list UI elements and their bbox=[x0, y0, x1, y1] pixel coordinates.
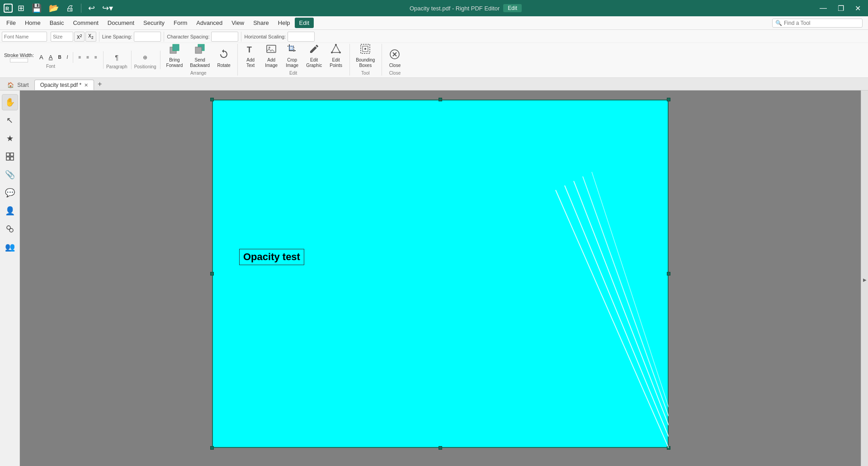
handle-tc[interactable] bbox=[439, 98, 442, 101]
font-family-input[interactable] bbox=[2, 32, 47, 42]
menu-file[interactable]: File bbox=[2, 18, 20, 28]
menu-form[interactable]: Form bbox=[169, 18, 192, 28]
close-edit-btn[interactable]: Close bbox=[385, 44, 405, 70]
close-controls: Close bbox=[385, 44, 405, 70]
menu-basic[interactable]: Basic bbox=[45, 18, 69, 28]
menu-advanced[interactable]: Advanced bbox=[192, 18, 227, 28]
svg-line-26 bbox=[556, 190, 669, 448]
bookmark-tool-btn[interactable]: ★ bbox=[2, 130, 18, 147]
align-center-btn[interactable]: ≡ bbox=[84, 51, 91, 64]
handle-tr[interactable] bbox=[667, 98, 670, 101]
menu-security[interactable]: Security bbox=[139, 18, 169, 28]
comment-tool-btn[interactable]: 💬 bbox=[2, 185, 18, 201]
send-backward-btn[interactable]: SendBackward bbox=[187, 44, 213, 70]
horiz-scaling-input[interactable] bbox=[288, 32, 315, 42]
line-spacing-input[interactable] bbox=[134, 32, 161, 42]
handle-tl[interactable] bbox=[210, 98, 214, 101]
save-btn[interactable]: 💾 bbox=[29, 2, 44, 14]
user-tool-btn[interactable]: 👤 bbox=[2, 203, 18, 219]
team-tool-btn[interactable]: 👥 bbox=[2, 239, 18, 255]
add-image-btn[interactable]: AddImage bbox=[261, 44, 281, 70]
file-tab-label: Opacity test.pdf * bbox=[40, 82, 81, 88]
canvas-area[interactable]: Opacity test bbox=[20, 90, 861, 466]
crop-image-btn[interactable]: CropImage bbox=[282, 44, 302, 70]
edit-controls: T AddText AddImage CropImage bbox=[241, 44, 346, 70]
edit-points-btn[interactable]: EditPoints bbox=[326, 44, 346, 70]
group-tool-btn[interactable] bbox=[2, 221, 18, 237]
svg-point-11 bbox=[335, 44, 337, 46]
rotate-label: Rotate bbox=[217, 63, 230, 68]
menu-share[interactable]: Share bbox=[249, 18, 274, 28]
svg-rect-9 bbox=[289, 46, 293, 50]
align-left-btn[interactable]: ≡ bbox=[76, 51, 83, 64]
select-tool-btn[interactable]: ↖ bbox=[2, 112, 18, 128]
hand-tool-btn[interactable]: ✋ bbox=[2, 94, 18, 110]
redo-dropdown-btn[interactable]: ↪▾ bbox=[100, 2, 115, 14]
bounding-boxes-label: BoundingBoxes bbox=[356, 57, 375, 68]
pages-tool-btn[interactable] bbox=[2, 148, 18, 165]
menu-comment[interactable]: Comment bbox=[68, 18, 103, 28]
font-controls: Stroke Width: A A B I ≡ ≡ ≡ bbox=[2, 51, 99, 64]
search-icon: 🔍 bbox=[775, 20, 782, 26]
svg-rect-21 bbox=[10, 153, 14, 156]
restore-btn[interactable]: ❐ bbox=[834, 2, 848, 14]
tabs-bar: 🏠 Start Opacity test.pdf * ✕ + bbox=[0, 78, 868, 90]
app-icon: R bbox=[4, 4, 13, 13]
attach-tool-btn[interactable]: 📎 bbox=[2, 166, 18, 183]
bold-btn[interactable]: B bbox=[56, 51, 63, 64]
font-format-sep bbox=[73, 52, 73, 63]
italic-btn[interactable]: I bbox=[65, 51, 71, 64]
svg-point-16 bbox=[364, 48, 366, 50]
menu-edit[interactable]: Edit bbox=[295, 18, 314, 28]
menu-document[interactable]: Document bbox=[103, 18, 139, 28]
opacity-test-text[interactable]: Opacity test bbox=[239, 249, 304, 265]
font-size-input[interactable] bbox=[51, 32, 73, 42]
edit-graphic-btn[interactable]: EditGraphic bbox=[303, 44, 325, 70]
toolbar-row2: Stroke Width: A A B I ≡ ≡ ≡ Font ¶ Parag… bbox=[0, 43, 868, 77]
edit-group: T AddText AddImage CropImage bbox=[241, 44, 350, 76]
menu-home[interactable]: Home bbox=[20, 18, 45, 28]
separator bbox=[81, 4, 81, 13]
fill-color-btn[interactable]: A bbox=[47, 51, 55, 64]
add-text-btn[interactable]: T AddText bbox=[241, 44, 260, 70]
font-group: Stroke Width: A A B I ≡ ≡ ≡ Font bbox=[2, 51, 104, 69]
menu-help[interactable]: Help bbox=[274, 18, 295, 28]
bring-forward-btn[interactable]: BringForward bbox=[163, 44, 186, 70]
grid-icon-btn[interactable]: ⊞ bbox=[15, 2, 27, 14]
stroke-width-btn[interactable]: Stroke Width: bbox=[2, 51, 36, 64]
line-spacing-label: Line Spacing: bbox=[102, 34, 132, 39]
edit-points-icon bbox=[330, 43, 341, 57]
tab-file[interactable]: Opacity test.pdf * ✕ bbox=[34, 80, 94, 90]
handle-br[interactable] bbox=[667, 446, 670, 450]
handle-ml[interactable] bbox=[210, 272, 214, 276]
undo-btn[interactable]: ↩ bbox=[86, 2, 97, 14]
subscript-btn[interactable]: X2 bbox=[85, 32, 96, 42]
font-group-label: Font bbox=[46, 64, 55, 69]
bounding-boxes-btn[interactable]: BoundingBoxes bbox=[353, 44, 378, 70]
tab-start[interactable]: 🏠 Start bbox=[2, 80, 34, 90]
menu-view[interactable]: View bbox=[227, 18, 249, 28]
align-right-btn[interactable]: ≡ bbox=[92, 51, 99, 64]
svg-rect-3 bbox=[173, 44, 179, 51]
open-btn[interactable]: 📂 bbox=[47, 2, 61, 14]
minimize-btn[interactable]: — bbox=[816, 2, 830, 14]
find-tool-input[interactable] bbox=[784, 20, 859, 26]
rotate-btn[interactable]: Rotate bbox=[214, 44, 234, 70]
handle-mr[interactable] bbox=[667, 272, 670, 276]
close-window-btn[interactable]: ✕ bbox=[851, 2, 864, 14]
stamp-btn[interactable]: 🖨 bbox=[64, 2, 76, 14]
tab-close-btn[interactable]: ✕ bbox=[84, 82, 88, 88]
char-spacing-input[interactable] bbox=[211, 32, 238, 42]
handle-bl[interactable] bbox=[210, 446, 214, 450]
superscript-btn[interactable]: X2 bbox=[74, 32, 85, 42]
svg-rect-20 bbox=[6, 153, 9, 156]
tool-controls: BoundingBoxes bbox=[353, 44, 378, 70]
font-color-btn[interactable]: A bbox=[37, 51, 46, 64]
close-group: Close Close bbox=[385, 44, 405, 76]
titlebar-right: — ❐ ✕ bbox=[816, 2, 864, 14]
find-tool-container: 🔍 bbox=[772, 19, 863, 28]
add-text-label: AddText bbox=[246, 57, 255, 68]
handle-bc[interactable] bbox=[439, 446, 442, 450]
right-panel-toggle[interactable]: ▶ bbox=[861, 90, 868, 466]
add-tab-btn[interactable]: + bbox=[94, 78, 105, 90]
